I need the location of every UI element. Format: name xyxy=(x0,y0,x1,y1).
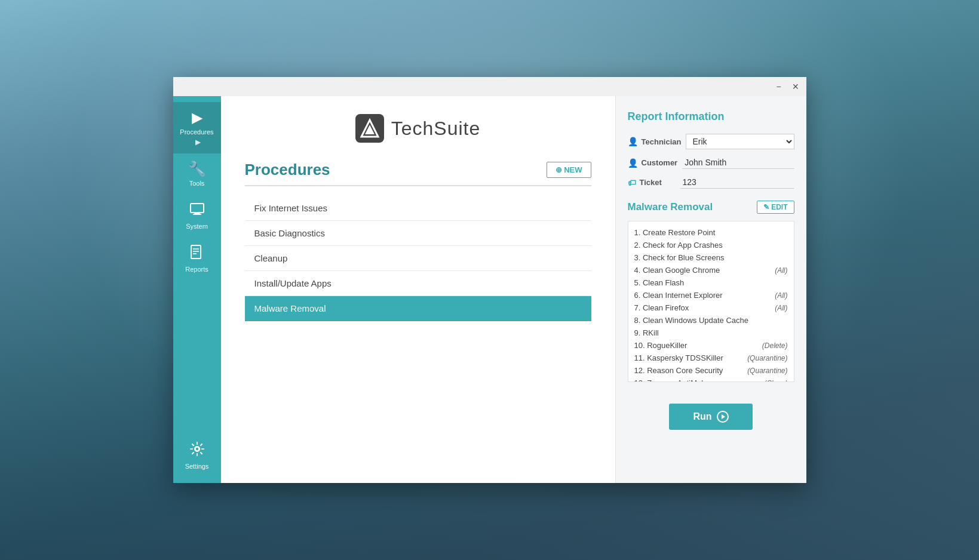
malware-list-item: 13. Zemana AntiMalware (Clean) xyxy=(634,377,788,382)
logo-icon xyxy=(355,114,384,143)
malware-list-item: 5. Clean Flash xyxy=(634,276,788,289)
report-info-title: Report Information xyxy=(628,110,794,123)
app-window: − ✕ ▶ Procedures ▶ 🔧 Tools xyxy=(173,77,806,483)
customer-label: 👤 Customer xyxy=(628,158,678,168)
customer-input[interactable] xyxy=(682,156,794,169)
procedure-item-basic-diagnostics[interactable]: Basic Diagnostics xyxy=(245,221,591,246)
edit-button[interactable]: ✎ EDIT xyxy=(757,201,794,214)
malware-list-item: 11. Kaspersky TDSSKiller (Quarantine) xyxy=(634,352,788,364)
reports-icon xyxy=(190,244,204,263)
malware-list-item: 10. RogueKiller (Delete) xyxy=(634,339,788,352)
malware-header: Malware Removal ✎ EDIT xyxy=(628,201,794,214)
app-logo: TechSuite xyxy=(245,114,591,143)
procedures-panel-title: Procedures xyxy=(245,161,330,179)
procedures-header: Procedures ⊕ NEW xyxy=(245,161,591,186)
run-play-icon xyxy=(717,411,729,423)
center-panel: TechSuite Procedures ⊕ NEW Fix Internet … xyxy=(221,96,615,483)
sidebar-label-tools: Tools xyxy=(189,180,205,187)
sidebar-item-system[interactable]: System xyxy=(173,194,221,237)
ticket-label: 🏷 Ticket xyxy=(628,178,676,187)
sidebar-item-procedures[interactable]: ▶ Procedures ▶ xyxy=(173,102,221,153)
procedures-icon: ▶ xyxy=(192,109,202,126)
procedure-item-cleanup[interactable]: Cleanup xyxy=(245,246,591,271)
malware-list-item: 6. Clean Internet Explorer (All) xyxy=(634,289,788,301)
run-button[interactable]: Run xyxy=(669,404,752,430)
malware-section: Malware Removal ✎ EDIT 1. Create Restore… xyxy=(628,201,794,430)
ticket-row: 🏷 Ticket xyxy=(628,176,794,189)
sidebar-label-procedures: Procedures xyxy=(180,128,213,136)
right-panel: Report Information 👤 Technician Erik 👤 C… xyxy=(615,96,806,483)
settings-icon xyxy=(189,441,205,460)
sidebar-item-tools[interactable]: 🔧 Tools xyxy=(173,153,221,194)
procedure-item-install-update[interactable]: Install/Update Apps xyxy=(245,271,591,296)
malware-list-container[interactable]: 1. Create Restore Point 2. Check for App… xyxy=(628,221,794,382)
malware-list-item: 3. Check for Blue Screens xyxy=(634,251,788,264)
malware-list-item: 7. Clean Firefox (All) xyxy=(634,301,788,314)
malware-list-item: 4. Clean Google Chrome (All) xyxy=(634,264,788,276)
app-title: TechSuite xyxy=(391,118,481,140)
tools-icon: 🔧 xyxy=(188,161,206,177)
malware-list-item: 1. Create Restore Point xyxy=(634,226,788,239)
sidebar-label-reports: Reports xyxy=(185,266,208,273)
customer-row: 👤 Customer xyxy=(628,156,794,169)
technician-select[interactable]: Erik xyxy=(686,134,794,149)
sidebar-item-reports[interactable]: Reports xyxy=(173,237,221,280)
title-bar-controls: − ✕ xyxy=(773,81,802,93)
procedures-arrow-icon: ▶ xyxy=(195,138,201,146)
svg-rect-0 xyxy=(191,204,204,213)
run-label: Run xyxy=(693,411,711,422)
sidebar-label-settings: Settings xyxy=(185,463,209,470)
minimize-button[interactable]: − xyxy=(773,81,785,93)
title-bar: − ✕ xyxy=(173,77,806,96)
close-button[interactable]: ✕ xyxy=(790,81,802,93)
technician-icon: 👤 xyxy=(628,137,638,146)
sidebar: ▶ Procedures ▶ 🔧 Tools System xyxy=(173,96,221,483)
malware-list-item: 2. Check for App Crashes xyxy=(634,239,788,251)
technician-row: 👤 Technician Erik xyxy=(628,134,794,149)
procedure-item-fix-internet[interactable]: Fix Internet Issues xyxy=(245,196,591,221)
malware-list-item: 8. Clean Windows Update Cache xyxy=(634,314,788,327)
ticket-icon: 🏷 xyxy=(628,178,636,187)
svg-rect-3 xyxy=(191,245,201,259)
technician-label: 👤 Technician xyxy=(628,137,682,146)
ticket-input[interactable] xyxy=(680,176,794,189)
malware-list-item: 9. RKill xyxy=(634,327,788,339)
customer-icon: 👤 xyxy=(628,158,638,168)
svg-point-8 xyxy=(195,447,199,451)
procedure-list: Fix Internet Issues Basic Diagnostics Cl… xyxy=(245,196,591,321)
new-procedure-button[interactable]: ⊕ NEW xyxy=(547,162,591,178)
malware-section-title: Malware Removal xyxy=(628,201,713,213)
sidebar-item-settings[interactable]: Settings xyxy=(173,434,221,477)
sidebar-label-system: System xyxy=(186,223,208,230)
procedure-item-malware-removal[interactable]: Malware Removal xyxy=(245,296,591,321)
system-icon xyxy=(189,201,205,220)
main-area: ▶ Procedures ▶ 🔧 Tools System xyxy=(173,96,806,483)
malware-list-item: 12. Reason Core Security (Quarantine) xyxy=(634,364,788,377)
